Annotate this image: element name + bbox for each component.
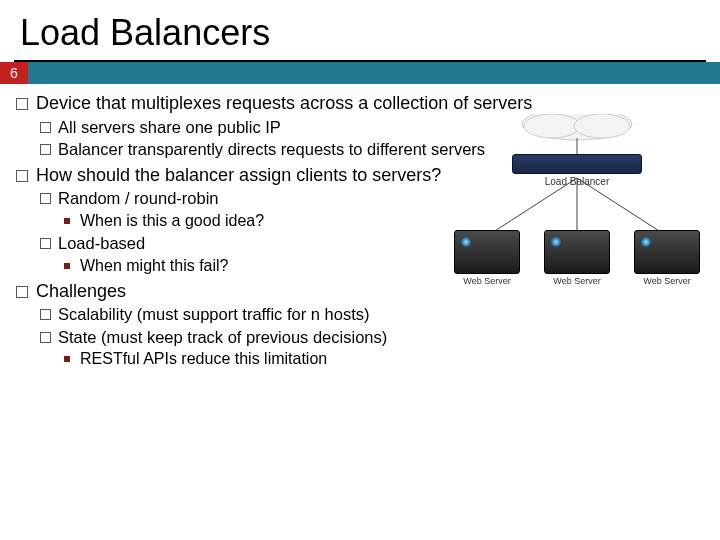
bullet-text: Random / round-robin — [58, 189, 219, 207]
bullet-text: State (must keep track of previous decis… — [58, 328, 387, 346]
bullet-might-fail: When might this fail? — [58, 256, 706, 276]
bullet-challenges: Challenges Scalability (must support tra… — [14, 280, 706, 370]
bullet-good-idea: When is this a good idea? — [58, 211, 706, 231]
slide-title: Load Balancers — [0, 0, 720, 60]
bullet-restful: RESTful APIs reduce this limitation — [58, 349, 706, 369]
page-bar: 6 — [0, 62, 720, 84]
page-number: 6 — [0, 62, 28, 84]
bullet-text: Challenges — [36, 281, 126, 301]
bullet-load-based: Load-based When might this fail? — [36, 233, 706, 276]
bullet-assignment-question: How should the balancer assign clients t… — [14, 164, 706, 276]
slide-body: Device that multiplexes requests across … — [0, 84, 720, 369]
bullet-transparent-redirect: Balancer transparently directs requests … — [36, 139, 706, 160]
bullet-round-robin: Random / round-robin When is this a good… — [36, 188, 706, 231]
bullet-text: Device that multiplexes requests across … — [36, 93, 532, 113]
bullet-shared-ip: All servers share one public IP — [36, 117, 706, 138]
bullet-state: State (must keep track of previous decis… — [36, 327, 706, 370]
bullet-scalability: Scalability (must support traffic for n … — [36, 304, 706, 325]
bullet-definition: Device that multiplexes requests across … — [14, 92, 706, 160]
bullet-text: How should the balancer assign clients t… — [36, 165, 441, 185]
bullet-text: Load-based — [58, 234, 145, 252]
